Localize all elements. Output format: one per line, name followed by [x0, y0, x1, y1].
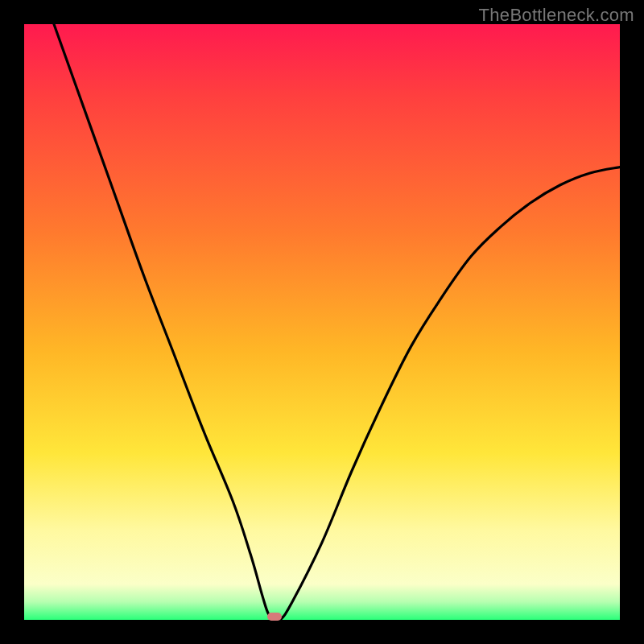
plot-area [24, 24, 620, 620]
bottleneck-curve-path [54, 24, 620, 620]
watermark-text: TheBottleneck.com [479, 5, 634, 26]
curve-svg [24, 24, 620, 620]
min-marker [267, 613, 282, 621]
chart-frame: TheBottleneck.com [0, 0, 644, 644]
